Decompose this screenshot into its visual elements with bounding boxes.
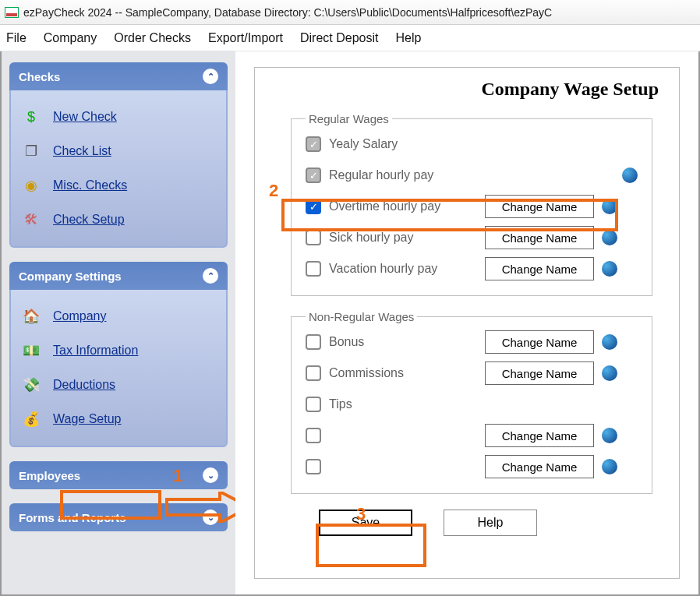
change-name-bonus[interactable]: Change Name [485,330,594,354]
nav-misc-checks-label: Misc. Checks [53,178,127,192]
change-name-vacation[interactable]: Change Name [485,257,594,280]
nonregular-wages-legend: Non-Regular Wages [306,310,417,323]
annotation-number-2: 2 [269,181,278,201]
help-icon[interactable] [602,334,617,350]
row-vacation-hourly: Vacation hourly pay Change Name [306,253,638,284]
change-name-custom-2[interactable]: Change Name [485,455,594,478]
panel-employees: Employees ⌄ [9,461,228,489]
nav-deductions[interactable]: 💸 Deductions [17,368,220,402]
label-yearly-salary: Yealy Salary [329,137,477,151]
menu-export-import[interactable]: Export/Import [208,31,283,45]
row-tips: Tips [306,389,638,420]
nav-new-check-label: New Check [53,110,117,124]
panel-employees-title: Employees [19,469,80,482]
nav-check-setup-label: Check Setup [53,213,125,227]
cash-icon: 💵 [22,341,41,360]
annotation-number-1: 1 [173,466,182,486]
panel-company-settings-title: Company Settings [19,270,122,283]
window-titlebar: ezPayCheck 2024 -- SampleCompany, Databa… [0,0,700,25]
nav-tax-information-label: Tax Information [53,344,138,358]
nav-company[interactable]: 🏠 Company [17,299,220,333]
change-name-commissions[interactable]: Change Name [485,361,594,385]
menu-order-checks[interactable]: Order Checks [114,31,191,45]
checkbox-commissions[interactable] [306,365,321,381]
house-icon: 🏠 [22,307,41,326]
help-icon[interactable] [602,428,617,443]
checkbox-sick-hourly[interactable] [306,230,321,245]
help-button[interactable]: Help [444,510,537,536]
window-title: ezPayCheck 2024 -- SampleCompany, Databa… [23,6,552,19]
row-overtime-hourly: ✓ Overtime hourly pay Change Name [306,191,638,222]
panel-checks-header[interactable]: Checks ⌃ [9,62,228,90]
row-custom-2: Change Name [306,451,638,482]
checkbox-custom-1[interactable] [306,428,321,443]
wrench-icon: 🛠 [22,210,41,229]
nonregular-wages-group: Non-Regular Wages Bonus Change Name Comm… [291,310,652,494]
nav-wage-setup-label: Wage Setup [53,412,121,426]
help-icon[interactable] [622,168,638,183]
collapse-up-icon: ⌃ [203,69,218,84]
checkbox-yearly-salary: ✓ [306,136,321,152]
regular-wages-legend: Regular Wages [306,112,392,125]
panel-forms-reports-title: Forms and Reports [19,511,126,524]
nav-check-list[interactable]: ❐ Check List [17,134,220,168]
nav-tax-information[interactable]: 💵 Tax Information [17,333,220,368]
panel-company-settings: Company Settings ⌃ 🏠 Company 💵 Tax Infor… [9,262,228,447]
nav-check-list-label: Check List [53,144,111,158]
collapse-up-icon: ⌃ [203,268,218,284]
row-regular-hourly: ✓ Regular hourly pay [306,160,638,191]
nav-wage-setup[interactable]: 💰 Wage Setup [17,402,220,436]
label-overtime-hourly: Overtime hourly pay [329,199,477,213]
checkbox-overtime-hourly[interactable]: ✓ [306,199,321,214]
label-vacation-hourly: Vacation hourly pay [329,262,477,276]
change-name-sick[interactable]: Change Name [485,226,594,249]
help-icon[interactable] [602,261,617,277]
help-icon[interactable] [602,230,617,245]
label-tips: Tips [329,397,477,411]
dollar-icon: $ [22,108,41,126]
row-custom-1: Change Name [306,420,638,451]
checkbox-vacation-hourly[interactable] [306,261,321,277]
label-regular-hourly: Regular hourly pay [329,168,477,182]
checkbox-custom-2[interactable] [306,459,321,474]
cash-minus-icon: 💸 [22,376,41,394]
page-title: Company Wage Setup [272,79,659,100]
annotation-arrow [165,492,235,523]
nav-deductions-label: Deductions [53,378,115,392]
panel-checks: Checks ⌃ $ New Check ❐ Check List ◉ Misc… [9,62,228,248]
label-sick-hourly: Sick hourly pay [329,231,477,245]
help-icon[interactable] [602,459,617,474]
menu-direct-deposit[interactable]: Direct Deposit [300,31,378,45]
expand-down-icon: ⌄ [203,467,218,483]
help-icon[interactable] [602,365,617,381]
stack-icon: ❐ [22,142,41,160]
menu-file[interactable]: File [6,31,27,45]
row-sick-hourly: Sick hourly pay Change Name [306,222,638,253]
row-yearly-salary: ✓ Yealy Salary [306,129,638,160]
checkbox-tips[interactable] [306,397,321,412]
nav-misc-checks[interactable]: ◉ Misc. Checks [17,168,220,203]
change-name-custom-1[interactable]: Change Name [485,424,594,447]
menubar: File Company Order Checks Export/Import … [0,25,700,51]
content-area: Company Wage Setup Regular Wages ✓ Yealy… [235,51,698,594]
menu-company[interactable]: Company [44,31,97,45]
menu-help[interactable]: Help [395,31,421,45]
nav-company-label: Company [53,309,106,323]
cash-plus-icon: 💰 [22,410,41,428]
checkbox-regular-hourly: ✓ [306,168,321,183]
annotation-number-3: 3 [356,504,366,524]
label-commissions: Commissions [329,366,477,380]
nav-new-check[interactable]: $ New Check [17,100,220,134]
row-commissions: Commissions Change Name [306,358,638,389]
label-bonus: Bonus [329,335,477,349]
regular-wages-group: Regular Wages ✓ Yealy Salary ✓ Regular h… [291,112,652,296]
panel-employees-header[interactable]: Employees ⌄ [9,461,228,489]
checkbox-bonus[interactable] [306,334,321,350]
row-bonus: Bonus Change Name [306,326,638,358]
panel-company-settings-header[interactable]: Company Settings ⌃ [9,262,228,290]
help-icon[interactable] [602,199,617,214]
panel-checks-title: Checks [19,70,60,83]
app-icon [5,7,19,18]
change-name-overtime[interactable]: Change Name [485,195,594,218]
nav-check-setup[interactable]: 🛠 Check Setup [17,203,220,237]
